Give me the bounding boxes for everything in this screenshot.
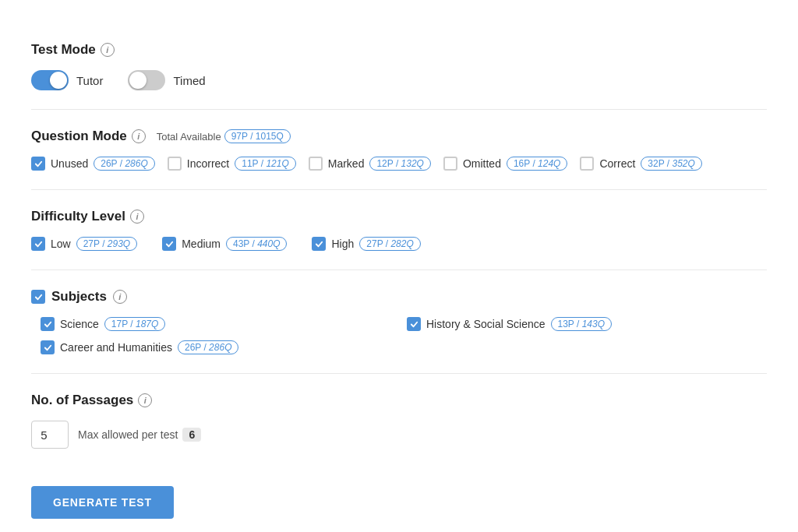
tutor-label: Tutor: [76, 74, 103, 87]
question-mode-info-icon[interactable]: i: [132, 129, 146, 143]
passages-label: No. of Passages: [31, 393, 133, 408]
timed-toggle-item: Timed: [128, 70, 205, 90]
diff-option-low[interactable]: Low27P / 293Q: [31, 237, 137, 251]
subjects-section: Subjects i Science17P / 187QHistory & So…: [31, 270, 767, 374]
subj-option-history[interactable]: History & Social Science13P / 143Q: [401, 317, 767, 331]
subj-badge-career: 26P / 286Q: [178, 340, 239, 354]
subj-badge-history: 13P / 143Q: [551, 317, 613, 331]
max-value: 6: [182, 428, 201, 442]
qm-option-omitted[interactable]: Omitted16P / 124Q: [443, 157, 568, 171]
total-badge: 97P / 1015Q: [224, 129, 291, 143]
diff-badge-high: 27P / 282Q: [359, 237, 421, 251]
subjects-grid: Science17P / 187QHistory & Social Scienc…: [31, 317, 767, 354]
question-mode-label: Question Mode: [31, 129, 127, 144]
difficulty-section: Difficulty Level i Low27P / 293QMedium43…: [31, 190, 767, 270]
qm-label-unused: Unused: [51, 157, 88, 170]
passages-max: Max allowed per test 6: [78, 428, 201, 442]
qm-label-marked: Marked: [328, 157, 365, 170]
subj-checkbox-history[interactable]: [407, 317, 421, 331]
diff-option-medium[interactable]: Medium43P / 440Q: [162, 237, 287, 251]
question-mode-options: Unused26P / 286QIncorrect11P / 121QMarke…: [31, 157, 767, 171]
passages-info-icon[interactable]: i: [138, 393, 152, 407]
qm-checkbox-incorrect[interactable]: [168, 157, 182, 171]
question-mode-title: Question Mode i Total Available 97P / 10…: [31, 129, 767, 144]
difficulty-info-icon[interactable]: i: [130, 210, 144, 224]
subj-label-history: History & Social Science: [426, 318, 546, 330]
subj-checkbox-career[interactable]: [41, 340, 55, 354]
test-mode-label: Test Mode: [31, 42, 96, 58]
qm-option-marked[interactable]: Marked12P / 132Q: [309, 157, 431, 171]
passages-input[interactable]: [31, 421, 69, 449]
subjects-title-row: Subjects i: [31, 289, 767, 305]
subjects-info-icon[interactable]: i: [113, 290, 127, 304]
diff-option-high[interactable]: High27P / 282Q: [312, 237, 420, 251]
qm-option-correct[interactable]: Correct32P / 352Q: [580, 157, 701, 171]
test-mode-section: Test Mode i Tutor Timed: [31, 23, 767, 110]
diff-badge-medium: 43P / 440Q: [226, 237, 288, 251]
passages-section: No. of Passages i Max allowed per test 6: [31, 374, 767, 467]
total-available: Total Available 97P / 1015Q: [157, 129, 291, 143]
difficulty-label: Difficulty Level: [31, 209, 125, 224]
tutor-toggle-item: Tutor: [31, 70, 103, 90]
timed-toggle-knob: [129, 72, 147, 89]
diff-checkbox-medium[interactable]: [162, 237, 176, 251]
subjects-label: Subjects: [51, 289, 107, 305]
qm-checkbox-correct[interactable]: [580, 157, 594, 171]
diff-label-low: Low: [51, 238, 71, 250]
diff-badge-low: 27P / 293Q: [76, 237, 138, 251]
qm-badge-unused: 26P / 286Q: [94, 157, 155, 171]
diff-label-high: High: [331, 238, 354, 250]
qm-label-incorrect: Incorrect: [187, 157, 229, 170]
test-mode-title: Test Mode i: [31, 42, 767, 58]
difficulty-title: Difficulty Level i: [31, 209, 767, 224]
subj-badge-science: 17P / 187Q: [104, 317, 166, 331]
subj-option-career[interactable]: Career and Humanities26P / 286Q: [34, 340, 401, 354]
subj-label-career: Career and Humanities: [60, 341, 172, 354]
tutor-toggle[interactable]: [31, 70, 69, 90]
diff-checkbox-high[interactable]: [312, 237, 326, 251]
qm-badge-correct: 32P / 352Q: [641, 157, 702, 171]
qm-label-omitted: Omitted: [463, 157, 501, 170]
diff-checkbox-low[interactable]: [31, 237, 45, 251]
qm-checkbox-unused[interactable]: [31, 157, 45, 171]
qm-checkbox-marked[interactable]: [309, 157, 323, 171]
qm-badge-marked: 12P / 132Q: [369, 157, 431, 171]
total-label: Total Available: [157, 131, 221, 143]
passages-row: Max allowed per test 6: [31, 421, 767, 449]
qm-label-correct: Correct: [599, 157, 635, 170]
question-mode-section: Question Mode i Total Available 97P / 10…: [31, 110, 767, 190]
subj-option-science[interactable]: Science17P / 187Q: [34, 317, 401, 331]
subj-label-science: Science: [60, 318, 99, 330]
subjects-all-checkbox[interactable]: [31, 290, 45, 304]
subj-checkbox-science[interactable]: [41, 317, 55, 331]
qm-option-incorrect[interactable]: Incorrect11P / 121Q: [168, 157, 296, 171]
qm-option-unused[interactable]: Unused26P / 286Q: [31, 157, 155, 171]
tutor-toggle-knob: [50, 72, 67, 89]
qm-badge-incorrect: 11P / 121Q: [235, 157, 296, 171]
qm-badge-omitted: 16P / 124Q: [507, 157, 568, 171]
timed-toggle[interactable]: [128, 70, 165, 90]
difficulty-options: Low27P / 293QMedium43P / 440QHigh27P / 2…: [31, 237, 767, 251]
diff-label-medium: Medium: [182, 238, 221, 250]
max-label: Max allowed per test: [78, 428, 178, 441]
toggle-row: Tutor Timed: [31, 70, 767, 90]
timed-label: Timed: [173, 74, 205, 87]
generate-test-button[interactable]: GENERATE TEST: [31, 486, 174, 519]
qm-checkbox-omitted[interactable]: [443, 157, 457, 171]
passages-title: No. of Passages i: [31, 393, 767, 408]
test-mode-info-icon[interactable]: i: [101, 43, 115, 57]
